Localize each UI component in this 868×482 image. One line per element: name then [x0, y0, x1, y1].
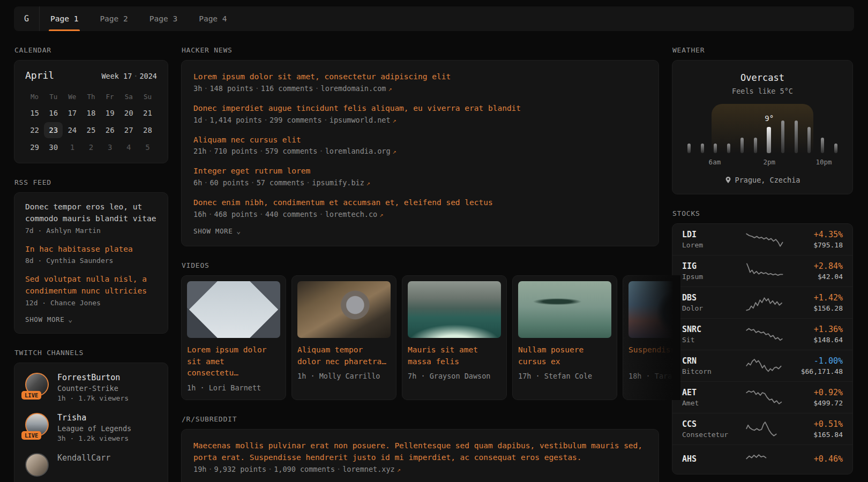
calendar-day[interactable]: 26: [101, 122, 119, 138]
hackernews-item-title[interactable]: Lorem ipsum dolor sit amet, consectetur …: [193, 71, 647, 83]
item-domain[interactable]: loremnet.xyz: [342, 465, 395, 473]
stock-symbol[interactable]: LDI: [682, 230, 744, 239]
calendar-day[interactable]: 15: [25, 105, 44, 121]
rss-show-more-button[interactable]: SHOW MORE ⌄: [25, 315, 157, 323]
calendar-day-selected[interactable]: 23: [44, 122, 63, 138]
weather-location-label: Prague, Czechia: [735, 176, 800, 184]
calendar-day[interactable]: 24: [63, 122, 81, 138]
hackernews-item-title[interactable]: Integer eget rutrum lorem: [193, 165, 647, 177]
hackernews-item-meta: 3h·148 points·116 comments·loremdomain.c…: [193, 84, 647, 93]
calendar-day[interactable]: 17: [63, 105, 81, 121]
video-title[interactable]: Lorem ipsum dolor sit amet consectetu…: [187, 344, 280, 379]
video-thumbnail[interactable]: [628, 281, 680, 338]
calendar-day-next-month[interactable]: 4: [119, 139, 138, 155]
calendar-day[interactable]: 18: [81, 105, 100, 121]
calendar-day[interactable]: 28: [138, 122, 157, 138]
video-card[interactable]: Suspendisse diam 18h · Tara: [623, 275, 680, 400]
calendar-day-next-month[interactable]: 2: [81, 139, 100, 155]
calendar-day-next-month[interactable]: 1: [63, 139, 81, 155]
weather-bar: [754, 138, 757, 153]
stock-symbol[interactable]: SNRC: [682, 325, 744, 334]
video-title[interactable]: Mauris sit amet massa felis: [408, 344, 501, 368]
stock-symbol[interactable]: DBS: [682, 293, 744, 303]
stock-symbol[interactable]: AET: [682, 388, 744, 397]
stock-name: Sit: [682, 336, 744, 344]
video-thumbnail[interactable]: [187, 281, 280, 338]
item-comments[interactable]: 579 comments: [265, 147, 318, 155]
hackernews-show-more-button[interactable]: SHOW MORE ⌄: [193, 227, 647, 235]
stock-row[interactable]: AHS +0.46%: [672, 445, 852, 474]
stock-row[interactable]: SNRC Sit +1.36% $148.64: [672, 318, 852, 350]
calendar-day[interactable]: 25: [81, 122, 100, 138]
stock-row[interactable]: LDI Lorem +4.35% $795.18: [672, 224, 852, 255]
hackernews-item-title[interactable]: Aliquam nec cursus elit: [193, 134, 647, 146]
subreddit-post-title[interactable]: Maecenas mollis pulvinar erat non posuer…: [193, 440, 647, 464]
tab-page-2[interactable]: Page 2: [89, 6, 138, 31]
stock-row[interactable]: IIG Ipsum +2.84% $42.04: [672, 255, 852, 287]
video-thumbnail[interactable]: [408, 281, 501, 338]
video-card[interactable]: Aliquam tempor dolor nec pharetra… 1h · …: [291, 275, 396, 400]
twitch-channel-game: Counter-Strike: [57, 384, 129, 393]
calendar-day[interactable]: 21: [138, 105, 157, 121]
video-thumbnail[interactable]: [518, 281, 611, 338]
tab-page-3[interactable]: Page 3: [139, 6, 188, 31]
video-title[interactable]: Suspendisse diam: [628, 344, 680, 367]
rss-item-title[interactable]: Sed volutpat nulla nisl, a condimentum n…: [25, 274, 157, 297]
stock-symbol[interactable]: AHS: [682, 454, 744, 464]
rss-item: In hac habitasse platea 8d · Cynthia Sau…: [25, 244, 157, 265]
calendar-day-next-month[interactable]: 5: [138, 139, 157, 155]
stock-row[interactable]: CRN Bitcorn -1.00% $66,171.48: [672, 350, 852, 381]
item-points: 148 points: [209, 84, 253, 93]
calendar-day[interactable]: 30: [44, 139, 63, 155]
item-domain[interactable]: loremtech.co: [325, 210, 378, 219]
item-domain[interactable]: ipsumify.biz: [312, 178, 364, 187]
hackernews-item-title[interactable]: Donec enim nibh, condimentum et accumsan…: [193, 197, 647, 209]
calendar-day[interactable]: 19: [101, 105, 119, 121]
calendar-day[interactable]: 16: [44, 105, 63, 121]
twitch-channel-name[interactable]: Trisha: [57, 413, 131, 423]
calendar-day[interactable]: 22: [25, 122, 44, 138]
rss-item-title[interactable]: In hac habitasse platea: [25, 244, 157, 255]
rss-item-title[interactable]: Donec tempor eros leo, ut commodo mauris…: [25, 201, 157, 225]
twitch-channel-row[interactable]: LIVE ForrestBurton Counter-Strike 1h · 1…: [25, 373, 157, 402]
item-comments[interactable]: 299 comments: [270, 116, 322, 124]
video-card[interactable]: Lorem ipsum dolor sit amet consectetu… 1…: [181, 275, 286, 400]
stock-symbol[interactable]: CCS: [682, 419, 744, 429]
stock-symbol[interactable]: IIG: [682, 261, 744, 271]
video-thumbnail[interactable]: [297, 281, 391, 338]
item-comments[interactable]: 440 comments: [265, 210, 318, 219]
tab-page-4[interactable]: Page 4: [188, 6, 237, 31]
separator-dot: ·: [304, 178, 312, 187]
videos-carousel: Lorem ipsum dolor sit amet consectetu… 1…: [181, 275, 680, 400]
item-comments[interactable]: 57 comments: [257, 178, 304, 187]
live-badge: LIVE: [21, 431, 41, 440]
twitch-channel-row[interactable]: KendallCarr: [25, 453, 157, 477]
stock-row[interactable]: AET Amet +0.92% $499.72: [672, 381, 852, 413]
twitch-channel-name[interactable]: KendallCarr: [57, 453, 110, 463]
item-comments[interactable]: 116 comments: [261, 84, 313, 93]
tab-page-1[interactable]: Page 1: [40, 6, 89, 31]
calendar-day[interactable]: 27: [119, 122, 138, 138]
stock-change: +1.42%: [786, 293, 843, 303]
stock-symbol[interactable]: CRN: [682, 356, 744, 366]
item-domain[interactable]: ipsumworld.net: [330, 116, 391, 124]
twitch-channel-name[interactable]: ForrestBurton: [57, 373, 129, 382]
video-title[interactable]: Nullam posuere cursus ex: [518, 344, 611, 368]
video-title[interactable]: Aliquam tempor dolor nec pharetra…: [297, 344, 391, 368]
hackernews-item-title[interactable]: Donec imperdiet augue tincidunt felis al…: [193, 103, 647, 115]
app-logo[interactable]: G: [14, 6, 40, 31]
calendar-widget: April Week 17·2024 Mo Tu We Th Fr Sa Su …: [14, 60, 168, 163]
item-points: 9,932 points: [214, 465, 267, 473]
item-comments[interactable]: 1,090 comments: [274, 465, 335, 473]
calendar-day-next-month[interactable]: 3: [101, 139, 119, 155]
calendar-day[interactable]: 20: [119, 105, 138, 121]
stock-row[interactable]: CCS Consectetur +0.51% $165.84: [672, 413, 852, 445]
item-domain[interactable]: loremlandia.org: [325, 147, 391, 155]
calendar-day[interactable]: 29: [25, 139, 44, 155]
weather-current-temp: 9°: [765, 114, 774, 123]
twitch-channel-row[interactable]: LIVE Trisha League of Legends 3h · 1.2k …: [25, 413, 157, 442]
video-card[interactable]: Mauris sit amet massa felis 7h · Grayson…: [402, 275, 507, 400]
item-domain[interactable]: loremdomain.com: [321, 84, 386, 93]
video-card[interactable]: Nullam posuere cursus ex 17h · Stefan Co…: [512, 275, 617, 400]
stock-row[interactable]: DBS Dolor +1.42% $156.28: [672, 287, 852, 318]
